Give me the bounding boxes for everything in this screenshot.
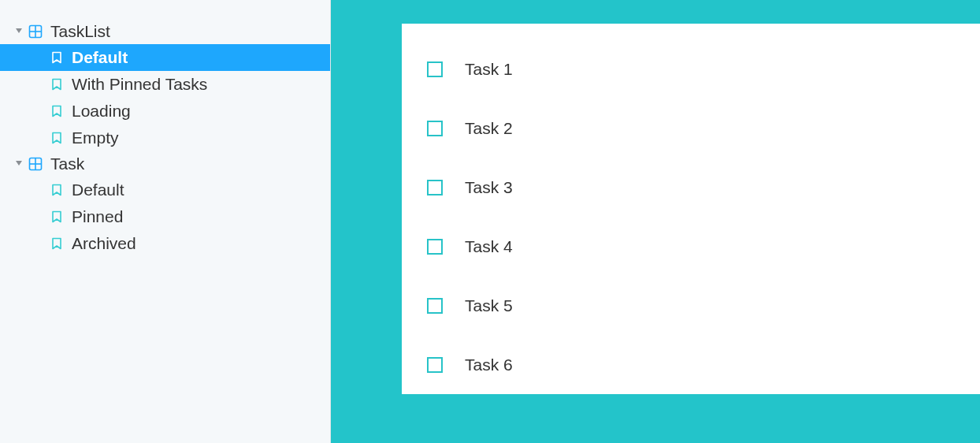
story-item-label: Default xyxy=(72,181,124,199)
task-checkbox[interactable] xyxy=(427,239,443,255)
tree-group-task: Task Default Pinned xyxy=(0,151,330,257)
story-item-archived[interactable]: Archived xyxy=(0,230,330,257)
task-checkbox[interactable] xyxy=(427,121,443,136)
tree-children: Default With Pinned Tasks Loading xyxy=(0,44,330,151)
tree-parent-task[interactable]: Task xyxy=(0,151,330,177)
task-title: Task 5 xyxy=(465,296,513,315)
story-item-label: Pinned xyxy=(72,207,123,226)
tree-parent-label: Task xyxy=(50,154,84,173)
component-grid-icon xyxy=(28,157,43,171)
story-item-label: With Pinned Tasks xyxy=(72,75,207,94)
task-row: Task 1 xyxy=(402,39,980,99)
story-item-task-default[interactable]: Default xyxy=(0,177,330,203)
tree-group-tasklist: TaskList Default With Pinned Tasks xyxy=(0,19,330,151)
story-item-pinned[interactable]: Pinned xyxy=(0,203,330,230)
preview-canvas: Task 1 Task 2 Task 3 Task 4 Task 5 Task … xyxy=(331,0,980,443)
task-title: Task 2 xyxy=(465,119,513,138)
story-item-loading[interactable]: Loading xyxy=(0,98,330,125)
task-checkbox[interactable] xyxy=(427,357,443,373)
task-title: Task 6 xyxy=(465,356,513,374)
tree-children: Default Pinned Archived xyxy=(0,177,330,257)
preview-card: Task 1 Task 2 Task 3 Task 4 Task 5 Task … xyxy=(402,24,980,394)
bookmark-icon xyxy=(51,132,62,144)
bookmark-icon xyxy=(51,210,62,223)
task-row: Task 4 xyxy=(402,217,980,276)
story-item-default[interactable]: Default xyxy=(0,44,330,71)
tree-parent-tasklist[interactable]: TaskList xyxy=(0,19,330,44)
task-row: Task 5 xyxy=(402,276,980,335)
task-checkbox[interactable] xyxy=(427,298,443,314)
bookmark-icon xyxy=(51,51,62,64)
task-row: Task 2 xyxy=(402,99,980,158)
task-row: Task 6 xyxy=(402,335,980,394)
task-title: Task 4 xyxy=(465,237,513,256)
bookmark-icon xyxy=(51,237,62,250)
chevron-down-icon xyxy=(14,159,24,169)
tree-parent-label: TaskList xyxy=(50,22,110,41)
task-title: Task 3 xyxy=(465,178,513,197)
story-item-label: Archived xyxy=(72,234,136,253)
bookmark-icon xyxy=(51,78,62,91)
story-item-label: Loading xyxy=(72,102,131,121)
task-row: Task 3 xyxy=(402,158,980,217)
bookmark-icon xyxy=(51,184,62,196)
story-item-with-pinned-tasks[interactable]: With Pinned Tasks xyxy=(0,71,330,98)
task-title: Task 1 xyxy=(465,60,513,79)
component-grid-icon xyxy=(28,24,43,39)
story-item-label: Default xyxy=(72,48,128,67)
story-item-label: Empty xyxy=(72,128,119,147)
task-checkbox[interactable] xyxy=(427,180,443,195)
story-item-empty[interactable]: Empty xyxy=(0,125,330,151)
bookmark-icon xyxy=(51,105,62,117)
task-checkbox[interactable] xyxy=(427,61,443,77)
sidebar: TaskList Default With Pinned Tasks xyxy=(0,0,331,443)
chevron-down-icon xyxy=(14,27,24,36)
